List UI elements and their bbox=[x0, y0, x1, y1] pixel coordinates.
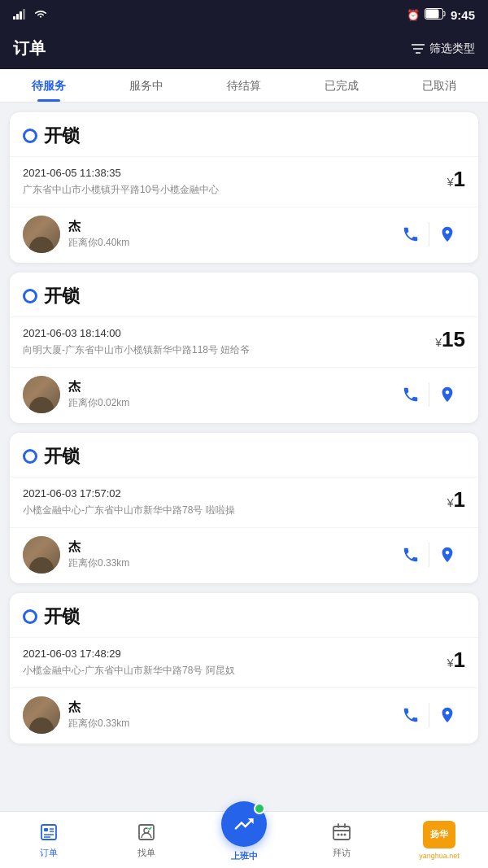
svg-rect-18 bbox=[333, 827, 350, 840]
order-dot-1 bbox=[23, 129, 37, 143]
order-price-2: ¥15 bbox=[435, 327, 465, 352]
tab-bar: 待服务 服务中 待结算 已完成 已取消 bbox=[0, 69, 488, 103]
order-time-1: 2021-06-05 11:38:35 bbox=[23, 167, 441, 179]
filter-icon bbox=[411, 43, 425, 55]
working-button[interactable] bbox=[221, 801, 267, 847]
order-price-1: ¥1 bbox=[447, 167, 465, 192]
nav-findwork-label: 找单 bbox=[137, 847, 155, 859]
order-card-2: 开锁 2021-06-03 18:14:00 向明大厦-广东省中山市小榄镇新华中… bbox=[10, 273, 478, 423]
status-bar: ⏰ 9:45 bbox=[0, 0, 488, 29]
status-left bbox=[13, 8, 48, 22]
order-card-3: 开锁 2021-06-03 17:57:02 小榄金融中心-广东省中山市新华中路… bbox=[10, 433, 478, 583]
visit-icon bbox=[330, 821, 353, 844]
order-header-1: 开锁 bbox=[10, 112, 478, 157]
nav-working-label: 上班中 bbox=[231, 850, 258, 862]
time-display: 9:45 bbox=[451, 8, 475, 22]
order-dot-3 bbox=[23, 449, 37, 464]
order-header-2: 开锁 bbox=[10, 273, 478, 317]
nav-yanghua-label: yanghua.net bbox=[419, 852, 460, 860]
order-body-1: 2021-06-05 11:38:35 广东省中山市小榄镇升平路10号小榄金融中… bbox=[10, 157, 478, 207]
order-type-3: 开锁 bbox=[44, 444, 80, 469]
call-button-3[interactable] bbox=[393, 537, 429, 573]
order-card-1: 开锁 2021-06-05 11:38:35 广东省中山市小榄镇升平路10号小榄… bbox=[10, 112, 478, 263]
battery-icon bbox=[425, 8, 446, 22]
worker-avatar-1 bbox=[23, 216, 60, 253]
worker-avatar-2 bbox=[23, 376, 60, 413]
order-time-3: 2021-06-03 17:57:02 bbox=[23, 487, 441, 499]
order-dot-2 bbox=[23, 289, 37, 303]
tab-inservice[interactable]: 服务中 bbox=[98, 69, 195, 102]
order-body-4: 2021-06-03 17:48:29 小榄金融中心-广东省中山市新华中路78号… bbox=[10, 638, 478, 687]
yanghua-logo: 扬华 bbox=[427, 823, 451, 843]
worker-name-3: 杰 bbox=[68, 539, 385, 555]
order-address-4: 小榄金融中心-广东省中山市新华中路78号 阿昆奴 bbox=[23, 663, 441, 678]
working-badge bbox=[254, 803, 265, 814]
order-list: 开锁 2021-06-05 11:38:35 广东省中山市小榄镇升平路10号小榄… bbox=[0, 103, 488, 809]
order-address-2: 向明大厦-广东省中山市小榄镇新华中路118号 妞给爷 bbox=[23, 342, 429, 357]
svg-point-21 bbox=[344, 834, 346, 836]
nav-orders[interactable]: 订单 bbox=[0, 821, 98, 859]
page-title: 订单 bbox=[13, 37, 46, 59]
location-icon-3 bbox=[438, 546, 456, 564]
worker-row-3: 杰 距离你0.33km bbox=[10, 527, 478, 583]
svg-rect-5 bbox=[425, 9, 438, 18]
working-icon bbox=[233, 813, 255, 835]
location-button-2[interactable] bbox=[429, 377, 465, 412]
worker-name-4: 杰 bbox=[68, 700, 385, 715]
nav-findwork[interactable]: 找单 bbox=[98, 821, 195, 859]
wifi-icon bbox=[33, 8, 48, 22]
worker-distance-1: 距离你0.40km bbox=[68, 236, 385, 250]
tab-settling[interactable]: 待结算 bbox=[195, 69, 293, 102]
location-button-4[interactable] bbox=[429, 697, 465, 733]
worker-distance-3: 距离你0.33km bbox=[68, 556, 385, 570]
svg-rect-10 bbox=[44, 828, 48, 831]
worker-name-2: 杰 bbox=[68, 379, 385, 395]
bottom-nav: 订单 找单 上班中 bbox=[0, 811, 488, 868]
nav-visit-label: 拜访 bbox=[333, 847, 351, 859]
order-body-3: 2021-06-03 17:57:02 小榄金融中心-广东省中山市新华中路78号… bbox=[10, 478, 478, 527]
phone-icon-2 bbox=[402, 386, 420, 403]
order-type-2: 开锁 bbox=[44, 284, 80, 308]
nav-working[interactable]: 上班中 bbox=[195, 818, 293, 862]
call-button-1[interactable] bbox=[393, 216, 429, 252]
tab-done[interactable]: 已完成 bbox=[293, 69, 390, 102]
filter-label: 筛选类型 bbox=[429, 41, 475, 56]
order-card-4: 开锁 2021-06-03 17:48:29 小榄金融中心-广东省中山市新华中路… bbox=[10, 593, 478, 744]
worker-row-4: 杰 距离你0.33km bbox=[10, 687, 478, 744]
order-price-4: ¥1 bbox=[447, 648, 465, 673]
svg-point-20 bbox=[341, 834, 343, 836]
worker-avatar-4 bbox=[23, 696, 60, 734]
location-icon-4 bbox=[438, 706, 456, 724]
nav-orders-label: 订单 bbox=[40, 847, 58, 859]
findwork-icon bbox=[135, 821, 158, 844]
svg-rect-1 bbox=[16, 14, 19, 20]
tab-waiting[interactable]: 待服务 bbox=[0, 69, 98, 102]
tab-cancelled[interactable]: 已取消 bbox=[390, 69, 488, 102]
svg-rect-2 bbox=[20, 11, 22, 20]
location-icon-2 bbox=[438, 386, 456, 403]
worker-distance-2: 距离你0.02km bbox=[68, 396, 385, 410]
status-right: ⏰ 9:45 bbox=[407, 8, 475, 22]
worker-avatar-3 bbox=[23, 536, 60, 574]
order-address-3: 小榄金融中心-广东省中山市新华中路78号 啦啦操 bbox=[23, 503, 441, 517]
phone-icon-1 bbox=[402, 225, 420, 243]
filter-button[interactable]: 筛选类型 bbox=[411, 41, 475, 56]
order-type-4: 开锁 bbox=[44, 604, 80, 629]
order-time-2: 2021-06-03 18:14:00 bbox=[23, 327, 429, 339]
call-button-4[interactable] bbox=[393, 697, 429, 733]
worker-row-1: 杰 距离你0.40km bbox=[10, 207, 478, 263]
call-button-2[interactable] bbox=[393, 377, 429, 412]
location-button-1[interactable] bbox=[429, 216, 465, 252]
nav-yanghua: 扬华 yanghua.net bbox=[390, 821, 488, 860]
order-header-3: 开锁 bbox=[10, 433, 478, 478]
svg-text:扬华: 扬华 bbox=[429, 829, 449, 839]
nav-visit[interactable]: 拜访 bbox=[293, 821, 390, 859]
order-type-1: 开锁 bbox=[44, 124, 80, 148]
worker-row-2: 杰 距离你0.02km bbox=[10, 367, 478, 423]
svg-point-19 bbox=[338, 834, 340, 836]
worker-distance-4: 距离你0.33km bbox=[68, 717, 385, 731]
location-button-3[interactable] bbox=[429, 537, 465, 573]
alarm-icon: ⏰ bbox=[407, 9, 420, 21]
svg-rect-3 bbox=[23, 9, 25, 20]
worker-name-1: 杰 bbox=[68, 219, 385, 234]
